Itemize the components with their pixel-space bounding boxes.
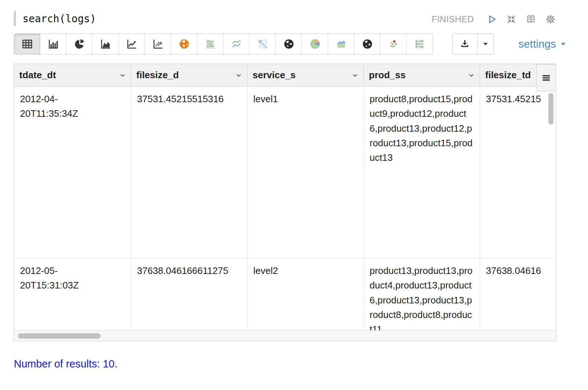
chevron-down-icon bbox=[118, 71, 126, 79]
chart-type-bubble-button[interactable] bbox=[197, 34, 223, 54]
chart-type-parallel-button[interactable] bbox=[407, 34, 433, 54]
cell-service-s: level2 bbox=[247, 258, 364, 330]
chart-type-toolbar bbox=[14, 33, 433, 55]
compress-icon bbox=[506, 14, 517, 25]
column-label: tdate_dt bbox=[19, 69, 56, 81]
cell-filesize-td: 37531.45215 bbox=[480, 87, 556, 258]
paragraph-controls: FINISHED bbox=[432, 14, 556, 25]
results-count-text: Number of results: 10. bbox=[14, 358, 117, 370]
heatmap-icon bbox=[257, 38, 269, 50]
caret-down-icon bbox=[482, 40, 490, 48]
table-row: 2012-04-20T11:35:34Z 37531.45215515316 l… bbox=[14, 87, 556, 258]
column-header-tdate-dt[interactable]: tdate_dt bbox=[14, 64, 131, 86]
cell-tdate-dt: 2012-04-20T11:35:34Z bbox=[14, 87, 131, 258]
paragraph-header: search(logs) bbox=[14, 10, 96, 27]
area-chart-icon bbox=[100, 38, 112, 50]
chart-type-area-button[interactable] bbox=[93, 34, 119, 54]
chart-type-multiline-button[interactable] bbox=[223, 34, 250, 54]
download-split-button bbox=[452, 33, 494, 55]
run-button[interactable] bbox=[486, 14, 497, 25]
table-header-row: tdate_dt filesize_d service_s prod_ss fi… bbox=[14, 64, 556, 87]
horizontal-scrollbar-thumb[interactable] bbox=[18, 333, 101, 339]
parallel-coordinates-icon bbox=[414, 38, 426, 50]
column-label: prod_ss bbox=[369, 69, 406, 81]
chart-type-pie-colored-button[interactable] bbox=[302, 34, 328, 54]
cell-prod-ss: product13,product13,product4,product13,p… bbox=[364, 258, 480, 330]
chart-type-map-button[interactable] bbox=[171, 34, 197, 54]
book-icon bbox=[525, 13, 536, 25]
status-badge: FINISHED bbox=[432, 14, 474, 24]
chart-type-scatter-colored-button[interactable] bbox=[380, 34, 407, 54]
table-icon bbox=[21, 38, 33, 50]
chart-type-pie-button[interactable] bbox=[67, 34, 93, 54]
chart-type-bar-button[interactable] bbox=[40, 34, 67, 54]
map-orange-icon bbox=[178, 38, 190, 50]
paragraph-settings-button[interactable] bbox=[545, 14, 556, 25]
cell-filesize-d: 37531.45215515316 bbox=[131, 87, 247, 258]
column-label: filesize_d bbox=[136, 69, 179, 81]
download-icon bbox=[459, 38, 471, 50]
globe-icon bbox=[283, 38, 295, 50]
cell-filesize-d: 37638.046166611275 bbox=[131, 258, 247, 330]
paragraph-title: search(logs) bbox=[23, 13, 96, 25]
cell-service-s: level1 bbox=[247, 87, 364, 258]
column-header-service-s[interactable]: service_s bbox=[247, 64, 364, 86]
results-table: tdate_dt filesize_d service_s prod_ss fi… bbox=[14, 64, 556, 341]
settings-label: settings bbox=[519, 38, 556, 50]
scatter-plot-icon bbox=[152, 38, 164, 50]
horizontal-scrollbar[interactable] bbox=[14, 330, 556, 341]
report-view-button[interactable] bbox=[525, 14, 536, 25]
bar-chart-icon bbox=[47, 38, 60, 50]
scatter-colored-icon bbox=[387, 38, 400, 50]
multi-line-chart-icon bbox=[230, 38, 243, 50]
gear-icon bbox=[545, 14, 556, 25]
collapse-button[interactable] bbox=[506, 14, 517, 25]
chart-type-globe2-button[interactable] bbox=[354, 34, 380, 54]
cell-filesize-td: 37638.04616 bbox=[480, 258, 556, 330]
chart-type-table-button[interactable] bbox=[14, 34, 40, 54]
chart-type-heatmap-button[interactable] bbox=[250, 34, 276, 54]
column-header-prod-ss[interactable]: prod_ss bbox=[364, 64, 480, 86]
column-header-filesize-d[interactable]: filesize_d bbox=[131, 64, 247, 86]
column-label: service_s bbox=[253, 69, 296, 81]
play-icon bbox=[486, 14, 497, 25]
vertical-scrollbar-thumb[interactable] bbox=[548, 93, 553, 124]
toolbar-right: settings bbox=[452, 33, 567, 55]
hamburger-menu-icon bbox=[541, 72, 552, 83]
chart-type-line-button[interactable] bbox=[119, 34, 145, 54]
globe-2-icon bbox=[361, 38, 374, 50]
table-menu-button[interactable] bbox=[536, 64, 556, 91]
chevron-down-icon bbox=[351, 71, 359, 79]
cell-prod-ss: product8,product15,product9,product12,pr… bbox=[364, 87, 480, 258]
bubble-chart-icon bbox=[204, 38, 217, 50]
download-options-button[interactable] bbox=[478, 34, 494, 54]
cell-tdate-dt: 2012-05-20T15:31:03Z bbox=[14, 258, 131, 330]
table-body: 2012-04-20T11:35:34Z 37531.45215515316 l… bbox=[14, 87, 556, 330]
pie-chart-colored-icon bbox=[309, 38, 321, 50]
column-label: filesize_td bbox=[485, 69, 531, 81]
paragraph-marker bbox=[14, 11, 16, 26]
chart-type-stacked-area-button[interactable] bbox=[328, 34, 354, 54]
settings-dropdown[interactable]: settings bbox=[519, 38, 567, 50]
table-row: 2012-05-20T15:31:03Z 37638.046166611275 … bbox=[14, 258, 556, 330]
line-chart-icon bbox=[126, 38, 138, 50]
download-button[interactable] bbox=[453, 34, 478, 54]
chevron-down-icon bbox=[235, 71, 243, 79]
chevron-down-icon bbox=[467, 71, 475, 79]
chart-type-scatter-button[interactable] bbox=[145, 34, 171, 54]
chart-type-globe-button[interactable] bbox=[276, 34, 302, 54]
caret-down-icon bbox=[560, 40, 567, 48]
stacked-area-chart-icon bbox=[335, 38, 347, 50]
pie-chart-icon bbox=[73, 38, 86, 50]
